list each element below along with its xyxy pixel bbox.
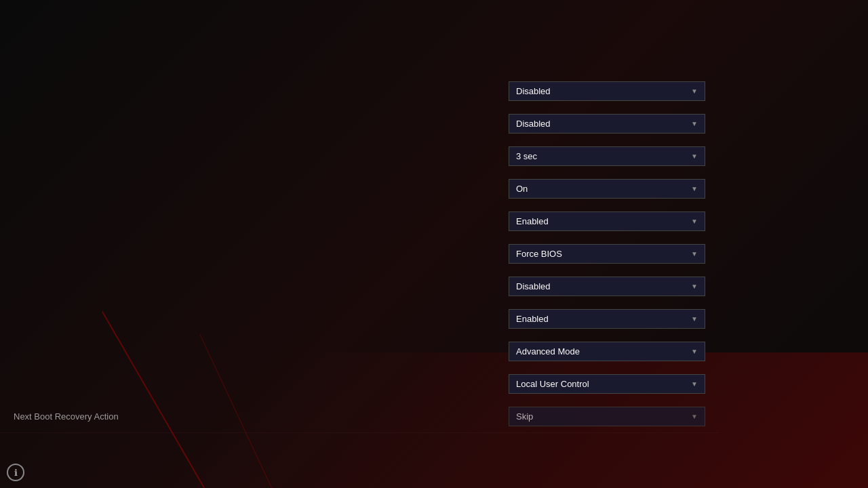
boot-sector-value: Local User Control [516,379,589,389]
dropdown-arrow: ▼ [691,250,698,258]
interrupt19-value: Disabled [516,281,551,291]
dropdown-arrow: ▼ [691,315,698,323]
setting-next-boot[interactable]: Next Boot Recovery Action Skip ▼ [0,401,719,433]
next-boot-label: Next Boot Recovery Action [14,411,509,422]
boot-sector-dropdown[interactable]: Local User Control ▼ [509,374,705,394]
setup-mode-value: Advanced Mode [516,346,580,357]
dropdown-arrow: ▼ [691,380,698,388]
dropdown-arrow: ▼ [691,218,698,225]
post-report-value: 3 sec [516,151,537,161]
interrupt19-dropdown[interactable]: Disabled ▼ [509,277,705,296]
dropdown-arrow: ▼ [691,87,698,95]
post-report-dropdown[interactable]: 3 sec ▼ [509,146,705,166]
fast-boot-value: Disabled [516,86,551,96]
wait-f1-dropdown[interactable]: Enabled ▼ [509,211,705,231]
fast-boot-dropdown[interactable]: Disabled ▼ [509,81,705,101]
dropdown-arrow: ▼ [691,152,698,160]
dropdown-arrow: ▼ [691,413,698,420]
boot-logo-dropdown[interactable]: Disabled ▼ [509,114,705,134]
wait-f1-value: Enabled [516,216,549,226]
numlock-value: On [516,184,528,194]
next-boot-value: Skip [516,411,533,422]
dropdown-arrow: ▼ [691,120,698,127]
setup-mode-dropdown[interactable]: Advanced Mode ▼ [509,342,705,361]
dropdown-arrow: ▼ [691,348,698,355]
dropdown-arrow: ▼ [691,185,698,192]
numlock-dropdown[interactable]: On ▼ [509,179,705,199]
dropdown-arrow: ▼ [691,283,698,290]
ami-nvme-dropdown[interactable]: Enabled ▼ [509,309,705,329]
ami-nvme-value: Enabled [516,314,549,324]
option-rom-value: Force BIOS [516,249,562,259]
option-rom-dropdown[interactable]: Force BIOS ▼ [509,244,705,264]
next-boot-dropdown[interactable]: Skip ▼ [509,407,705,426]
boot-logo-value: Disabled [516,119,551,129]
